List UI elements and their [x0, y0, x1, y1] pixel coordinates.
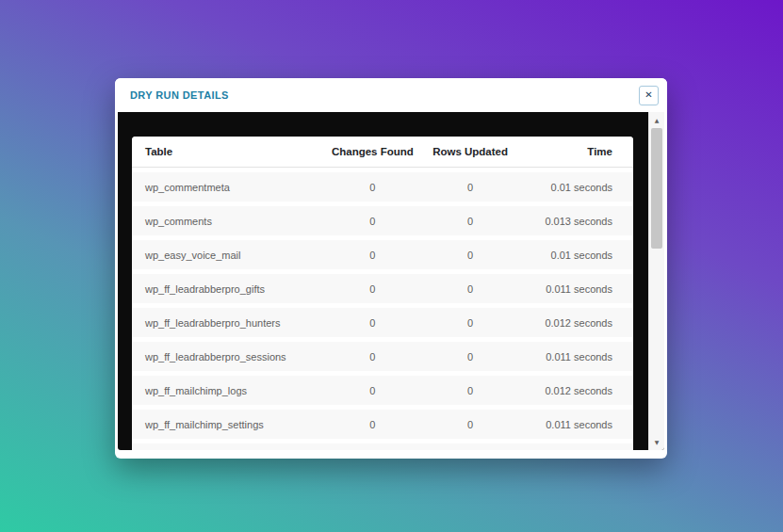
- dry-run-table: Table Changes Found Rows Updated Time wp…: [132, 137, 633, 450]
- cell-changes: 0: [322, 385, 422, 396]
- table-row: wp_commentmeta000.01 seconds: [132, 172, 633, 202]
- dry-run-details-modal: DRY RUN DETAILS ✕ Table Changes Found Ro…: [115, 78, 667, 459]
- cell-name: wp_ff_leadrabberpro_sessions: [132, 351, 322, 363]
- cell-name: wp_comments: [132, 216, 322, 227]
- scroll-up-icon[interactable]: ▲: [649, 114, 664, 126]
- cell-time: 0.011 seconds: [518, 419, 633, 430]
- cell-time: 0.013 seconds: [518, 216, 633, 227]
- cell-name: wp_ff_mailchimp_settings: [132, 419, 322, 430]
- scrollbar-thumb[interactable]: [651, 128, 662, 249]
- cell-time: 0.012 seconds: [518, 385, 633, 396]
- cell-time: 0.011 seconds: [518, 351, 633, 363]
- cell-time: 0.012 seconds: [518, 317, 633, 329]
- column-header-changes-found: Changes Found: [322, 146, 422, 157]
- cell-changes: 0: [322, 250, 422, 261]
- cell-rows_updated: 0: [423, 182, 518, 193]
- cell-time: 0.01 seconds: [518, 250, 633, 261]
- modal-body: Table Changes Found Rows Updated Time wp…: [118, 112, 664, 450]
- cell-name: wp_ff_mailchimp_logs: [132, 385, 322, 396]
- table-row: wp_ff_mailchimp_logs000.012 seconds: [132, 376, 633, 405]
- table-header-row: Table Changes Found Rows Updated Time: [132, 137, 633, 168]
- modal-title: DRY RUN DETAILS: [130, 89, 229, 101]
- cell-name: wp_easy_voice_mail: [132, 250, 322, 261]
- vertical-scrollbar[interactable]: ▲ ▼: [648, 112, 664, 450]
- cell-rows_updated: 0: [423, 419, 518, 430]
- cell-rows_updated: 0: [423, 283, 518, 295]
- table-row-partial: [132, 443, 633, 450]
- table-row: wp_ff_leadrabberpro_hunters000.012 secon…: [132, 308, 633, 337]
- scroll-down-icon[interactable]: ▼: [649, 436, 664, 448]
- cell-name: wp_commentmeta: [132, 182, 322, 193]
- table-row: wp_comments000.013 seconds: [132, 206, 633, 235]
- column-header-table: Table: [132, 146, 322, 157]
- cell-rows_updated: 0: [423, 216, 518, 227]
- cell-rows_updated: 0: [423, 250, 518, 261]
- cell-changes: 0: [322, 317, 422, 329]
- cell-rows_updated: 0: [423, 351, 518, 363]
- column-header-time: Time: [518, 146, 633, 157]
- close-icon: ✕: [644, 90, 652, 100]
- cell-changes: 0: [322, 216, 422, 227]
- cell-changes: 0: [322, 283, 422, 295]
- table-row: wp_ff_leadrabberpro_gifts000.011 seconds: [132, 274, 633, 303]
- cell-time: 0.01 seconds: [518, 182, 633, 193]
- cell-name: wp_ff_leadrabberpro_gifts: [132, 283, 322, 295]
- gradient-background: { "colors": { "accent": "#1d7fa6", "grad…: [0, 0, 783, 532]
- cell-rows_updated: 0: [423, 385, 518, 396]
- cell-name: wp_ff_leadrabberpro_hunters: [132, 317, 322, 329]
- close-button[interactable]: ✕: [639, 86, 659, 105]
- cell-time: 0.011 seconds: [518, 283, 633, 295]
- table-row: wp_ff_leadrabberpro_sessions000.011 seco…: [132, 342, 633, 371]
- table-body: wp_commentmeta000.01 secondswp_comments0…: [132, 172, 633, 450]
- modal-header: DRY RUN DETAILS ✕: [115, 78, 667, 112]
- cell-rows_updated: 0: [423, 317, 518, 329]
- table-row: wp_easy_voice_mail000.01 seconds: [132, 240, 633, 269]
- cell-changes: 0: [322, 182, 422, 193]
- cell-changes: 0: [322, 419, 422, 430]
- column-header-rows-updated: Rows Updated: [423, 146, 518, 157]
- table-row: wp_ff_mailchimp_settings000.011 seconds: [132, 410, 633, 439]
- cell-changes: 0: [322, 351, 422, 363]
